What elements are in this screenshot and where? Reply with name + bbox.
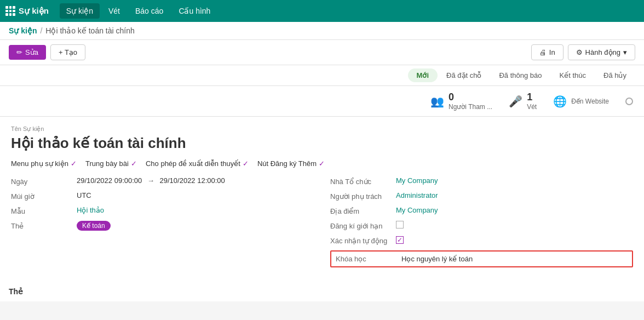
status-moi[interactable]: Mới (408, 68, 438, 82)
field-dang-ki-gioi-han: Đăng kí giới hạn (330, 221, 633, 230)
form-left-col: Ngày 29/10/2022 09:00:00 → 29/10/2022 12… (11, 176, 314, 273)
label-ngay: Ngày (11, 176, 77, 186)
form-right-col: Nhà Tổ chức My Company Người phụ trách A… (330, 176, 633, 273)
print-button[interactable]: 🖨 In (531, 44, 564, 60)
field-dia-diem: Địa điểm My Company (330, 206, 633, 215)
label-xac-nhan: Xác nhận tự động (330, 236, 396, 245)
recordings-label: Vét (527, 103, 537, 111)
field-nha-to-chuc: Nhà Tổ chức My Company (330, 176, 633, 186)
edit-button[interactable]: ✏ Sửa (9, 45, 46, 60)
value-xac-nhan: ✓ (396, 236, 633, 244)
participants-count: 0 (449, 92, 492, 103)
nutdangky-label: Nút Đăng ký Thêm (257, 159, 317, 168)
menu-option-phu[interactable]: Menu phụ sự kiện ✓ (11, 159, 77, 168)
date-end: 29/10/2022 12:00:00 (160, 176, 225, 185)
breadcrumb-separator: / (40, 26, 42, 35)
top-navigation: Sự kiện Sự kiện Vét Báo cáo Cấu hình (0, 0, 644, 22)
nav-vet[interactable]: Vét (102, 3, 127, 19)
menu-options-row: Menu phụ sự kiện ✓ Trung bày bài ✓ Cho p… (11, 159, 633, 168)
form-area: Tên Sự kiện Hội thảo kế toán tài chính M… (0, 117, 644, 282)
status-ketthuc[interactable]: Kết thúc (551, 68, 595, 82)
label-mau: Mẫu (11, 206, 77, 215)
value-nha-to-chuc: My Company (396, 176, 633, 185)
stats-row: 👥 0 Người Tham ... 🎤 1 Vét 🌐 Đến Website (0, 86, 644, 117)
edit-icon: ✏ (16, 48, 22, 56)
app-logo[interactable]: Sự kiện (5, 6, 49, 16)
status-dathongbao[interactable]: Đã thông báo (490, 68, 550, 82)
label-khoa-hoc: Khóa học (331, 252, 397, 266)
field-khoa-hoc: Khóa học Học nguyên lý kế toán (330, 250, 633, 267)
main-content: 👥 0 Người Tham ... 🎤 1 Vét 🌐 Đến Website… (0, 86, 644, 301)
date-arrow: → (147, 176, 157, 185)
date-start: 29/10/2022 09:00:00 (77, 176, 142, 185)
radio-indicator (625, 98, 633, 105)
value-the: Kế toán (77, 221, 314, 231)
value-nguoi-phu-trach: Administrator (396, 191, 633, 199)
value-dia-diem: My Company (396, 206, 633, 214)
web-icon: 🌐 (553, 95, 567, 108)
menu-phu-label: Menu phụ sự kiện (11, 159, 68, 168)
breadcrumb: Sự kiện / Hội thảo kế toán tài chính (0, 22, 644, 40)
label-muigiao: Múi giờ (11, 191, 77, 201)
app-name: Sự kiện (19, 6, 49, 16)
menu-option-trungbay[interactable]: Trung bày bài ✓ (85, 159, 137, 168)
field-xac-nhan: Xác nhận tự động ✓ (330, 236, 633, 245)
status-bar: Mới Đã đặt chỗ Đã thông báo Kết thúc Đã … (0, 65, 644, 86)
tag-ketoan[interactable]: Kế toán (77, 221, 111, 231)
mic-icon: 🎤 (509, 95, 522, 108)
field-ngay: Ngày 29/10/2022 09:00:00 → 29/10/2022 12… (11, 176, 314, 186)
check-icon-chophep: ✓ (243, 159, 249, 168)
label-the: Thẻ (11, 221, 77, 230)
value-khoa-hoc: Học nguyên lý kế toán (397, 252, 632, 266)
bottom-section: Thẻ (0, 282, 644, 301)
action-button[interactable]: ⚙ Hành động ▾ (568, 44, 635, 60)
website-label: Đến Website (571, 98, 609, 105)
status-dahuy[interactable]: Đã hủy (595, 68, 635, 82)
mau-link[interactable]: Hội thảo (77, 206, 104, 214)
check-icon-nutdangky: ✓ (319, 159, 325, 168)
field-mau: Mẫu Hội thảo (11, 206, 314, 215)
status-dadatcho[interactable]: Đã đặt chỗ (438, 68, 490, 82)
field-muigiao: Múi giờ UTC (11, 191, 314, 201)
label-dia-diem: Địa điểm (330, 206, 396, 215)
gear-icon: ⚙ (576, 48, 583, 56)
check-icon-trungbay: ✓ (131, 159, 137, 168)
nav-sukien[interactable]: Sự kiện (60, 3, 100, 19)
label-nguoi-phu-trach: Người phụ trách (330, 191, 396, 201)
checkbox-empty-dangki[interactable] (396, 221, 404, 228)
trungbay-label: Trung bày bài (85, 159, 129, 168)
value-muigiao: UTC (77, 191, 314, 199)
grid-icon (5, 6, 15, 16)
section-label: Tên Sự kiện (11, 125, 633, 133)
chevron-down-icon: ▾ (623, 48, 627, 56)
value-mau: Hội thảo (77, 206, 314, 214)
create-button[interactable]: + Tạo (50, 44, 85, 60)
menu-option-chophep[interactable]: Cho phép đề xuất diễn thuyết ✓ (146, 159, 249, 168)
people-icon: 👥 (430, 95, 444, 108)
printer-icon: 🖨 (539, 48, 547, 56)
value-ngay: 29/10/2022 09:00:00 → 29/10/2022 12:00:0… (77, 176, 314, 185)
form-columns: Ngày 29/10/2022 09:00:00 → 29/10/2022 12… (11, 176, 633, 273)
participants-label: Người Tham ... (449, 103, 492, 111)
stat-website[interactable]: 🌐 Đến Website (553, 95, 609, 108)
stat-participants[interactable]: 👥 0 Người Tham ... (430, 92, 492, 111)
action-bar: ✏ Sửa + Tạo 🖨 In ⚙ Hành động ▾ (0, 40, 644, 65)
nav-baocao[interactable]: Báo cáo (129, 3, 170, 19)
stat-recordings[interactable]: 🎤 1 Vét (509, 92, 537, 111)
label-dang-ki: Đăng kí giới hạn (330, 221, 396, 230)
event-title: Hội thảo kế toán tài chính (11, 135, 633, 152)
checkbox-checked-xacnhan[interactable]: ✓ (396, 236, 404, 244)
field-the: Thẻ Kế toán (11, 221, 314, 231)
top-menu: Sự kiện Vét Báo cáo Cấu hình (60, 3, 217, 19)
breadcrumb-parent[interactable]: Sự kiện (9, 26, 37, 35)
breadcrumb-current: Hội thảo kế toán tài chính (45, 26, 134, 35)
field-nguoi-phu-trach: Người phụ trách Administrator (330, 191, 633, 201)
nguoi-phu-trach-link[interactable]: Administrator (396, 191, 438, 199)
nha-to-chuc-link[interactable]: My Company (396, 176, 438, 185)
menu-option-nutdangky[interactable]: Nút Đăng ký Thêm ✓ (257, 159, 325, 168)
chophep-label: Cho phép đề xuất diễn thuyết (146, 159, 240, 168)
recordings-count: 1 (527, 92, 537, 103)
dia-diem-link[interactable]: My Company (396, 206, 438, 214)
nav-cauhinh[interactable]: Cấu hình (172, 3, 217, 19)
check-icon-phu: ✓ (71, 159, 77, 168)
